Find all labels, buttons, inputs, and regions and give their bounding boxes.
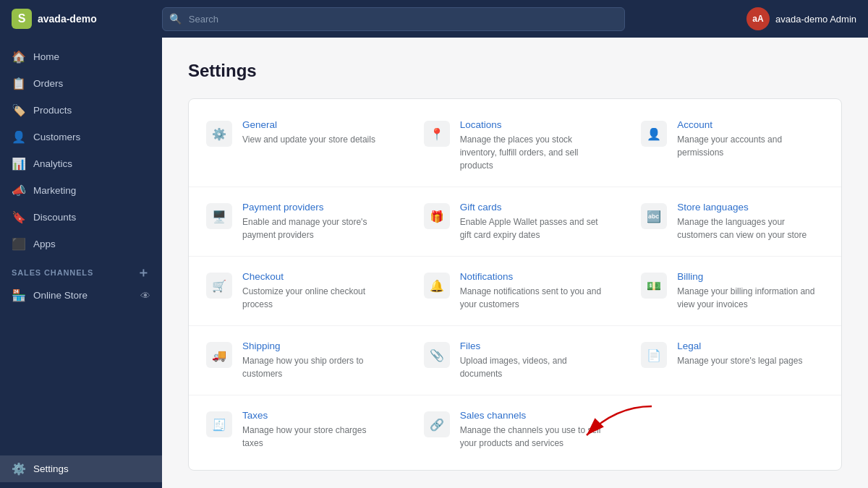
sidebar-label-analytics: Analytics <box>33 158 72 169</box>
home-icon: 🏠 <box>12 50 26 64</box>
store-languages-text: Store languages Manage the languages you… <box>677 202 824 241</box>
settings-item-shipping[interactable]: 🚚 Shipping Manage how you ship orders to… <box>189 326 407 395</box>
brand[interactable]: S avada-demo <box>12 9 97 29</box>
sidebar-item-home[interactable]: 🏠 Home <box>0 43 162 70</box>
gift-cards-desc: Enable Apple Wallet passes and set gift … <box>460 215 607 241</box>
settings-item-taxes[interactable]: 🧾 Taxes Manage how your store charges ta… <box>189 395 407 464</box>
marketing-icon: 📣 <box>12 184 26 197</box>
gift-cards-text: Gift cards Enable Apple Wallet passes an… <box>460 202 607 241</box>
settings-item-sales-channels[interactable]: 🔗 Sales channels Manage the channels you… <box>407 395 624 464</box>
sidebar-label-online-store: Online Store <box>33 290 88 301</box>
notifications-title[interactable]: Notifications <box>460 271 607 282</box>
settings-item-checkout[interactable]: 🛒 Checkout Customize your online checkou… <box>189 257 407 326</box>
sales-channels-desc: Manage the channels you use to sell your… <box>460 424 607 450</box>
search-icon: 🔍 <box>169 13 182 25</box>
user-info[interactable]: aA avada-demo Admin <box>746 7 856 30</box>
settings-item-legal[interactable]: 📄 Legal Manage your store's legal pages <box>624 326 841 395</box>
page-title: Settings <box>188 61 842 81</box>
locations-text: Locations Manage the places you stock in… <box>460 119 607 172</box>
search-input[interactable] <box>162 7 625 31</box>
sidebar-item-analytics[interactable]: 📊 Analytics <box>0 150 162 177</box>
account-icon: 👤 <box>641 121 667 147</box>
analytics-icon: 📊 <box>12 157 26 171</box>
payment-providers-text: Payment providers Enable and manage your… <box>242 202 389 241</box>
checkout-title[interactable]: Checkout <box>242 271 389 282</box>
general-desc: View and update your store details <box>242 133 389 146</box>
settings-item-store-languages[interactable]: 🔤 Store languages Manage the languages y… <box>624 187 841 257</box>
store-languages-title[interactable]: Store languages <box>677 202 824 213</box>
sales-channels-title[interactable]: Sales channels <box>460 410 607 421</box>
settings-item-gift-cards[interactable]: 🎁 Gift cards Enable Apple Wallet passes … <box>407 187 624 257</box>
customers-icon: 👤 <box>12 130 26 144</box>
avatar: aA <box>746 7 770 30</box>
payment-providers-desc: Enable and manage your store's payment p… <box>242 215 389 241</box>
sidebar-item-customers[interactable]: 👤 Customers <box>0 124 162 150</box>
gift-cards-title[interactable]: Gift cards <box>460 202 607 213</box>
checkout-icon: 🛒 <box>206 273 232 299</box>
checkout-text: Checkout Customize your online checkout … <box>242 271 389 311</box>
sales-channels-label: SALES CHANNELS <box>12 268 93 277</box>
settings-card: ⚙️ General View and update your store de… <box>188 98 842 471</box>
locations-desc: Manage the places you stock inventory, f… <box>460 133 607 172</box>
eye-icon: 👁 <box>140 290 150 301</box>
taxes-desc: Manage how your store charges taxes <box>242 424 389 450</box>
billing-title[interactable]: Billing <box>677 271 824 282</box>
payment-providers-title[interactable]: Payment providers <box>242 202 389 213</box>
sidebar-item-products[interactable]: 🏷️ Products <box>0 97 162 124</box>
notifications-icon: 🔔 <box>424 273 450 299</box>
locations-title[interactable]: Locations <box>460 119 607 130</box>
settings-icon: ⚙️ <box>12 462 26 476</box>
account-title[interactable]: Account <box>677 119 824 130</box>
sidebar-label-apps: Apps <box>33 239 56 249</box>
billing-text: Billing Manage your billing information … <box>677 271 824 311</box>
settings-item-payment-providers[interactable]: 🖥️ Payment providers Enable and manage y… <box>189 187 407 257</box>
main-layout: 🏠 Home 📋 Orders 🏷️ Products 👤 Customers … <box>0 38 868 488</box>
settings-item-general[interactable]: ⚙️ General View and update your store de… <box>189 105 407 187</box>
sidebar-item-orders[interactable]: 📋 Orders <box>0 70 162 97</box>
store-languages-icon: 🔤 <box>641 203 667 229</box>
legal-title[interactable]: Legal <box>677 341 824 351</box>
account-desc: Manage your accounts and permissions <box>677 133 824 159</box>
billing-desc: Manage your billing information and view… <box>677 285 824 311</box>
taxes-title[interactable]: Taxes <box>242 410 389 421</box>
shipping-icon: 🚚 <box>206 342 232 368</box>
settings-item-files[interactable]: 📎 Files Upload images, videos, and docum… <box>407 326 624 395</box>
sidebar-item-marketing[interactable]: 📣 Marketing <box>0 177 162 204</box>
general-text: General View and update your store detai… <box>242 119 389 146</box>
search-bar-container: 🔍 <box>162 7 625 31</box>
shipping-desc: Manage how you ship orders to customers <box>242 354 389 380</box>
legal-desc: Manage your store's legal pages <box>677 354 824 367</box>
general-title[interactable]: General <box>242 119 389 130</box>
account-text: Account Manage your accounts and permiss… <box>677 119 824 159</box>
settings-item-notifications[interactable]: 🔔 Notifications Manage notifications sen… <box>407 257 624 326</box>
files-title[interactable]: Files <box>460 341 607 351</box>
user-name: avada-demo Admin <box>775 14 856 25</box>
settings-item-locations[interactable]: 📍 Locations Manage the places you stock … <box>407 105 624 187</box>
gift-cards-icon: 🎁 <box>424 203 450 229</box>
online-store-icon: 🏪 <box>12 288 26 302</box>
shipping-title[interactable]: Shipping <box>242 341 389 351</box>
settings-item-account[interactable]: 👤 Account Manage your accounts and permi… <box>624 105 841 187</box>
sidebar-label-orders: Orders <box>33 78 63 89</box>
payment-providers-icon: 🖥️ <box>206 203 232 229</box>
sidebar-item-apps[interactable]: ⬛ Apps <box>0 231 162 257</box>
shipping-text: Shipping Manage how you ship orders to c… <box>242 341 389 380</box>
legal-icon: 📄 <box>641 342 667 368</box>
settings-item-billing[interactable]: 💵 Billing Manage your billing informatio… <box>624 257 841 326</box>
files-text: Files Upload images, videos, and documen… <box>460 341 607 380</box>
add-sales-channel-button[interactable]: ＋ <box>137 266 150 279</box>
sidebar-item-discounts[interactable]: 🔖 Discounts <box>0 204 162 231</box>
general-icon: ⚙️ <box>206 121 232 147</box>
sidebar-item-online-store[interactable]: 🏪 Online Store 👁 <box>0 282 162 309</box>
products-icon: 🏷️ <box>12 103 26 117</box>
apps-icon: ⬛ <box>12 237 26 251</box>
files-desc: Upload images, videos, and documents <box>460 354 607 380</box>
taxes-icon: 🧾 <box>206 411 232 437</box>
sidebar-label-settings: Settings <box>33 463 69 474</box>
sidebar-item-settings[interactable]: ⚙️ Settings <box>0 455 162 482</box>
content-area: Settings ⚙️ General View and update your… <box>162 38 868 488</box>
sales-channels-text: Sales channels Manage the channels you u… <box>460 410 607 450</box>
taxes-text: Taxes Manage how your store charges taxe… <box>242 410 389 450</box>
brand-logo: S <box>12 9 32 29</box>
checkout-desc: Customize your online checkout process <box>242 285 389 311</box>
